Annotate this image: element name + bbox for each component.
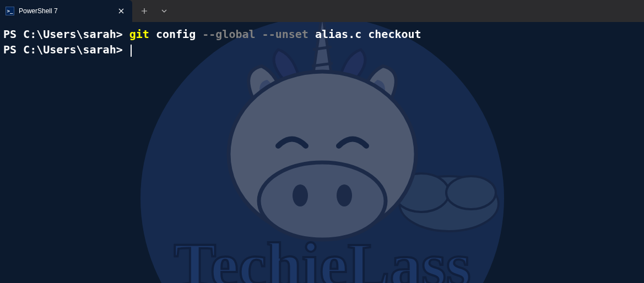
terminal-pane[interactable]: PS C:\Users\sarah> git config --global -…	[0, 22, 644, 62]
command-segment	[309, 28, 315, 41]
svg-point-8	[259, 162, 386, 240]
dropdown-button[interactable]	[154, 0, 174, 22]
command-segment: git	[129, 28, 149, 41]
command-segment: --global --unset	[202, 28, 309, 41]
titlebar: >_ PowerShell 7	[0, 0, 644, 22]
command-segment	[196, 28, 202, 41]
svg-point-9	[293, 184, 308, 206]
prompt: PS C:\Users\sarah>	[3, 43, 129, 56]
terminal-line: PS C:\Users\sarah>	[3, 42, 641, 57]
prompt: PS C:\Users\sarah>	[3, 28, 129, 41]
tab-title: PowerShell 7	[19, 7, 112, 15]
powershell-icon: >_	[6, 7, 14, 15]
watermark-text: TechieLass	[174, 230, 470, 283]
terminal-line: PS C:\Users\sarah> git config --global -…	[3, 26, 641, 42]
titlebar-actions	[134, 0, 174, 22]
svg-point-7	[229, 72, 416, 237]
svg-point-2	[394, 173, 449, 212]
svg-point-3	[446, 176, 496, 209]
tab-powershell[interactable]: >_ PowerShell 7	[0, 0, 132, 22]
new-tab-button[interactable]	[134, 0, 154, 22]
svg-point-10	[337, 184, 352, 206]
command-segment: alias.c checkout	[315, 28, 421, 41]
command-segment: config	[156, 28, 196, 41]
cursor	[131, 45, 132, 57]
close-icon[interactable]	[117, 7, 126, 15]
svg-point-1	[399, 176, 499, 231]
svg-line-6	[312, 63, 333, 66]
command-segment	[149, 28, 156, 41]
